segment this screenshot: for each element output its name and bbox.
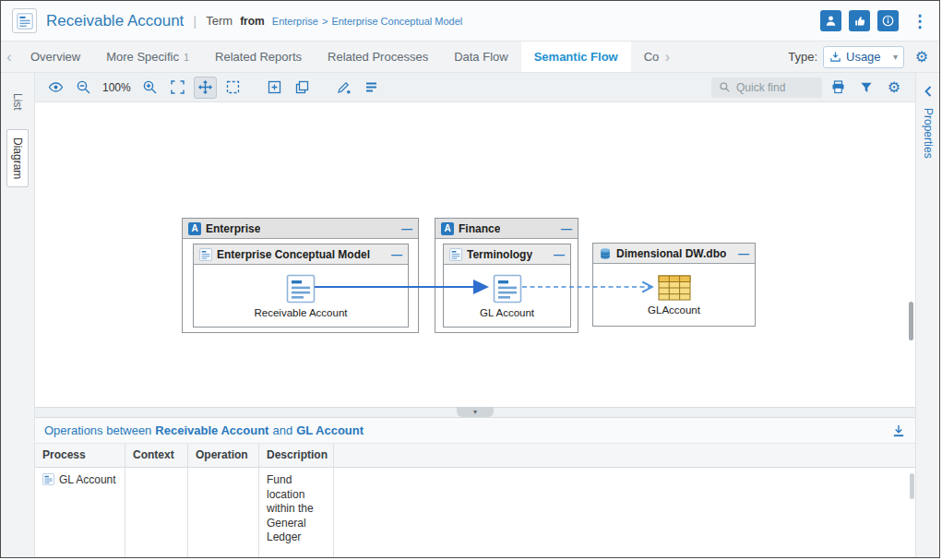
print-icon [830,79,846,95]
search-icon [719,81,731,93]
user-responsibility-button[interactable] [820,10,841,31]
database-icon [599,247,612,260]
collapse-group-button[interactable]: — [401,223,412,234]
fit-to-screen-icon [170,79,185,95]
breadcrumb-enterprise[interactable]: Enterprise [272,16,318,27]
overview-eye-button[interactable] [44,77,67,99]
chevron-down-icon: ▾ [473,408,477,416]
tab-semantic-flow[interactable]: Semantic Flow [521,42,631,72]
group-ecm-header[interactable]: Enterprise Conceptual Model — [194,244,408,265]
fit-to-screen-button[interactable] [166,77,189,99]
expand-panel-chevron-icon[interactable] [922,84,935,99]
tab-data-flow[interactable]: Data Flow [441,42,521,72]
tabs-scroll-left-icon[interactable]: ‹ [1,42,18,72]
group-terminology-header[interactable]: Terminology — [444,244,570,265]
quick-find-box [711,77,822,98]
thumbs-up-icon [853,15,866,28]
main-content: 100% [35,73,915,557]
column-header-description[interactable]: Description [259,444,334,467]
table-scrollbar-thumb[interactable] [910,473,914,499]
tab-related-processes[interactable]: Related Processes [315,42,441,72]
side-tab-list[interactable]: List [7,86,28,118]
term-node-icon [493,274,522,304]
breadcrumb: Enterprise>Enterprise Conceptual Model [272,16,462,27]
group-finance[interactable]: A Finance — Terminology — GL Account [435,218,578,333]
export-download-button[interactable] [891,423,906,438]
group-dimensional-header[interactable]: Dimensional DW.dbo — [593,244,755,264]
group-dimensional-dw[interactable]: Dimensional DW.dbo — GLAccount [592,243,756,327]
marquee-select-button[interactable] [221,77,244,99]
type-dropdown-value: Usage [846,50,881,64]
cell-spacer [334,468,915,557]
zoom-in-button[interactable] [138,77,161,99]
group-enterprise-conceptual-model[interactable]: Enterprise Conceptual Model — Receivable… [193,244,409,328]
tab-more-specific[interactable]: More Specific 1 [93,42,202,72]
tab-overview[interactable]: Overview [18,42,93,72]
info-icon [881,14,895,28]
layout-options-button[interactable] [360,77,383,99]
column-header-context[interactable]: Context [125,444,188,467]
collapse-all-button[interactable] [291,77,314,99]
type-dropdown[interactable]: Usage ▾ [823,46,904,68]
node-glaccount-table[interactable]: GLAccount [648,275,700,316]
cell-operation [188,468,259,557]
tab-connections-truncated[interactable]: Co [631,42,660,72]
view-mode-strip: List Diagram [1,73,35,557]
node-label: Receivable Account [254,307,347,318]
canvas-scrollbar-thumb[interactable] [909,302,913,340]
pan-tool-button[interactable] [194,77,217,99]
cell-process[interactable]: GL Account [35,468,125,557]
properties-panel-label[interactable]: Properties [922,108,935,159]
title-divider: | [193,13,197,29]
info-button[interactable] [877,10,899,31]
diagram-canvas[interactable]: A Enterprise — Enterprise Conceptual Mod… [35,102,915,407]
diagram-toolbar: 100% [35,73,915,102]
operations-table: Process Context Operation Description GL… [35,444,915,557]
table-row[interactable]: GL Account Fund location within the Gene… [35,468,915,557]
group-enterprise-header[interactable]: A Enterprise — [183,219,418,239]
collapse-group-button[interactable]: — [554,249,565,260]
group-title: Enterprise [206,222,260,235]
overflow-menu-icon[interactable]: ⋮ [912,13,928,30]
environment-icon: A [441,222,454,235]
group-finance-header[interactable]: A Finance — [435,219,578,239]
operations-and-word: and [272,423,292,437]
tab-settings-gear-icon[interactable]: ⚙ [910,48,934,66]
page-title: Receivable Account [46,12,184,30]
zoom-out-icon [76,79,91,95]
pan-move-icon [197,79,213,95]
cell-process-value: GL Account [59,473,116,486]
collapse-group-button[interactable]: — [391,249,402,260]
tabs-scroll-right-icon[interactable]: › [659,42,675,72]
breadcrumb-model[interactable]: Enterprise Conceptual Model [331,16,462,27]
annotate-pen-button[interactable] [332,77,355,99]
filter-button[interactable] [854,77,877,99]
node-gl-account[interactable]: GL Account [480,274,534,318]
term-node-icon [286,274,316,304]
marquee-select-icon [225,79,241,95]
node-label: GL Account [480,307,534,318]
print-button[interactable] [827,77,850,99]
collapse-group-button[interactable]: — [738,248,749,259]
zoom-out-button[interactable] [72,77,95,99]
type-label: Type: [788,50,817,64]
chevron-down-icon: ▾ [893,52,898,62]
tab-related-reports[interactable]: Related Reports [202,42,315,72]
endorse-button[interactable] [849,10,870,31]
splitter-handle[interactable]: ▾ [457,407,494,417]
column-header-operation[interactable]: Operation [188,444,259,467]
side-tab-diagram[interactable]: Diagram [6,129,29,187]
expand-all-button[interactable] [263,77,286,99]
quick-find-input[interactable] [736,81,812,94]
column-header-process[interactable]: Process [35,444,125,467]
collapse-all-icon [294,79,310,95]
panel-splitter[interactable]: ▾ [35,407,915,418]
collapse-group-button[interactable]: — [561,223,572,234]
node-receivable-account[interactable]: Receivable Account [254,274,347,318]
group-terminology[interactable]: Terminology — GL Account [443,244,571,328]
group-enterprise[interactable]: A Enterprise — Enterprise Conceptual Mod… [182,218,419,333]
tab-bar: ‹ Overview More Specific 1 Related Repor… [1,42,939,73]
diagram-settings-gear-icon[interactable]: ⚙ [882,78,906,96]
group-terminology-body: GL Account [444,265,570,327]
filter-icon [859,80,874,95]
